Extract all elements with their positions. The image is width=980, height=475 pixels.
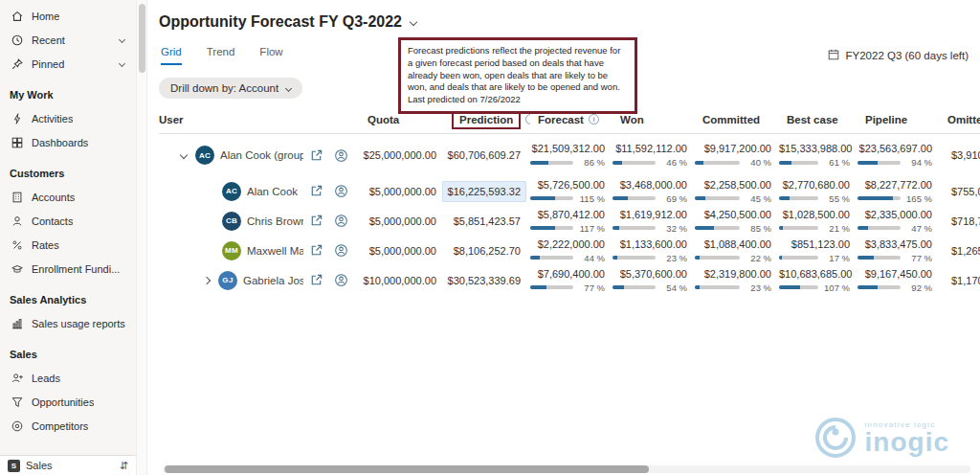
attainment-percent: 46 %: [660, 157, 687, 168]
tab-trend[interactable]: Trend: [207, 46, 235, 65]
attainment-percent: 23 %: [660, 253, 687, 263]
column-header-committed[interactable]: Committed: [695, 114, 779, 125]
sidebar-item-rates[interactable]: Rates: [0, 233, 136, 257]
chevron-down-icon[interactable]: [119, 60, 125, 67]
best-case-cell: $10,683,685.00 107 %: [779, 268, 858, 293]
assign-user-icon[interactable]: [334, 273, 348, 287]
prediction-cell[interactable]: $30,523,339.69: [444, 270, 530, 291]
metric-value: $2,258,500.00: [695, 179, 779, 191]
won-cell: $11,592,112.00 46 %: [612, 143, 695, 168]
attainment-percent: 45 %: [745, 193, 771, 204]
info-icon[interactable]: i: [589, 114, 599, 124]
sidebar-scrollbar[interactable]: [136, 0, 147, 475]
share-icon[interactable]: [309, 243, 323, 258]
metric-value: $851,123.00: [779, 238, 858, 250]
tab-flow[interactable]: Flow: [259, 46, 282, 65]
committed-cell: $2,258,500.00 45 %: [695, 179, 779, 204]
sidebar-item-home[interactable]: Home: [0, 4, 136, 28]
attainment-bar: [858, 256, 901, 260]
attainment-percent: 86 %: [578, 157, 605, 168]
user-cell: GJ Gabriela Jose: [159, 271, 360, 290]
metric-value: $5,870,412.00: [530, 209, 612, 220]
table-row[interactable]: MM Maxwell Ma $5,000,000.00 $8,106,252.7…: [159, 236, 980, 265]
column-header-user[interactable]: User: [159, 114, 360, 125]
table-row[interactable]: AC Alan Cook $5,000,000.00 $16,225,593.3…: [159, 176, 980, 206]
row-expand-icon[interactable]: [178, 152, 189, 158]
prediction-cell[interactable]: $8,106,252.70: [444, 240, 530, 261]
prediction-cell[interactable]: $5,851,423.57: [444, 211, 530, 232]
sidebar-item-dashboards[interactable]: Dashboards: [0, 130, 136, 154]
metric-value: $2,222,000.00: [530, 238, 612, 250]
omitted-cell: $755,0: [940, 186, 980, 197]
attainment-percent: 17 %: [823, 253, 850, 263]
sidebar-item-activities[interactable]: Activities: [0, 106, 136, 130]
attainment-percent: 77 %: [578, 283, 605, 293]
sidebar-item-accounts[interactable]: Accounts: [0, 185, 136, 209]
sidebar-item-leads[interactable]: Leads: [0, 366, 136, 390]
attainment-percent: 94 %: [905, 157, 932, 168]
sidebar-item-sales-usage-reports[interactable]: Sales usage reports: [0, 311, 136, 335]
drill-down-selector[interactable]: Drill down by: Account: [159, 78, 302, 99]
avatar: MM: [222, 241, 241, 260]
metric-value: $7,690,400.00: [530, 268, 612, 280]
horizontal-scrollbar[interactable]: [163, 465, 970, 473]
prediction-cell[interactable]: $16,225,593.32: [444, 181, 530, 202]
row-expand-icon[interactable]: [201, 278, 212, 283]
row-actions: [309, 243, 360, 258]
sidebar-item-opportunities[interactable]: Opportunities: [0, 390, 136, 414]
omitted-cell: $1,265: [940, 245, 980, 257]
forecast-cell: $5,726,500.00 115 %: [530, 179, 612, 204]
column-header-quota[interactable]: Quota: [360, 114, 444, 125]
horizontal-scrollbar-thumb[interactable]: [165, 465, 649, 473]
forecast-cell: $2,222,000.00 44 %: [530, 238, 612, 263]
forecast-period-selector[interactable]: FY2022 Q3 (60 days left): [827, 48, 969, 63]
user-cell: MM Maxwell Ma: [159, 241, 360, 260]
attainment-percent: 32 %: [660, 223, 687, 234]
prediction-cell[interactable]: $60,706,609.27: [444, 145, 530, 166]
column-header-won[interactable]: Won: [612, 114, 695, 125]
column-header-omitted[interactable]: Omitted: [940, 114, 980, 125]
attainment-percent: 23 %: [745, 283, 771, 293]
metric-value: $15,333,988.00: [779, 143, 858, 154]
sidebar-item-pinned[interactable]: Pinned: [0, 52, 136, 76]
sidebar-item-contacts[interactable]: Contacts: [0, 209, 136, 233]
clock-icon: [10, 33, 24, 47]
tab-grid[interactable]: Grid: [161, 46, 182, 65]
sidebar-item-competitors[interactable]: Competitors: [0, 414, 136, 438]
column-header-forecast[interactable]: Forecast i: [530, 114, 612, 125]
forecast-cell: $7,690,400.00 77 %: [530, 268, 612, 293]
sidebar-item-recent[interactable]: Recent: [0, 28, 136, 52]
prediction-value: $8,106,252.70: [448, 240, 526, 261]
share-icon[interactable]: [309, 214, 323, 228]
metric-value: $2,335,000.00: [858, 209, 940, 220]
table-row[interactable]: AC Alan Cook (group $25,000,000.00 $60,7…: [159, 134, 980, 176]
sidebar-scrollbar-thumb[interactable]: [139, 4, 145, 73]
omitted-cell: $3,910: [940, 149, 980, 161]
chevron-down-icon: [410, 18, 417, 26]
share-icon[interactable]: [309, 184, 323, 198]
chevron-down-icon[interactable]: [119, 36, 125, 43]
assign-user-icon[interactable]: [334, 184, 348, 198]
table-row[interactable]: GJ Gabriela Jose $10,000,000.00 $30,523,…: [159, 265, 980, 295]
attainment-bar: [695, 285, 740, 289]
change-area-icon[interactable]: ⇵: [120, 460, 128, 472]
pin-icon: [10, 57, 24, 71]
quota-cell: $5,000,000.00: [360, 186, 444, 197]
assign-user-icon[interactable]: [334, 214, 348, 228]
sidebar-item-enrollment-funding[interactable]: Enrollment Fundi...: [0, 257, 136, 281]
column-header-best-case[interactable]: Best case: [779, 114, 858, 125]
inogic-watermark: innovative logic inogic: [813, 416, 949, 460]
forecast-title-dropdown[interactable]: Opportunity Forecast FY Q3-2022: [159, 13, 416, 31]
share-icon[interactable]: [309, 273, 323, 287]
best-case-cell: $851,123.00 17 %: [779, 238, 858, 263]
home-icon: [10, 9, 24, 23]
assign-user-icon[interactable]: [334, 148, 348, 163]
area-switcher[interactable]: S Sales ⇵: [0, 455, 136, 475]
column-header-pipeline[interactable]: Pipeline: [858, 114, 940, 125]
pipeline-cell: $23,563,697.00 94 %: [858, 143, 940, 168]
attainment-percent: 107 %: [823, 283, 850, 293]
table-row[interactable]: CB Chris Brown $5,000,000.00 $5,851,423.…: [159, 206, 980, 236]
share-icon[interactable]: [309, 148, 323, 163]
assign-user-icon[interactable]: [334, 243, 348, 258]
inogic-logo-icon: [813, 416, 858, 460]
